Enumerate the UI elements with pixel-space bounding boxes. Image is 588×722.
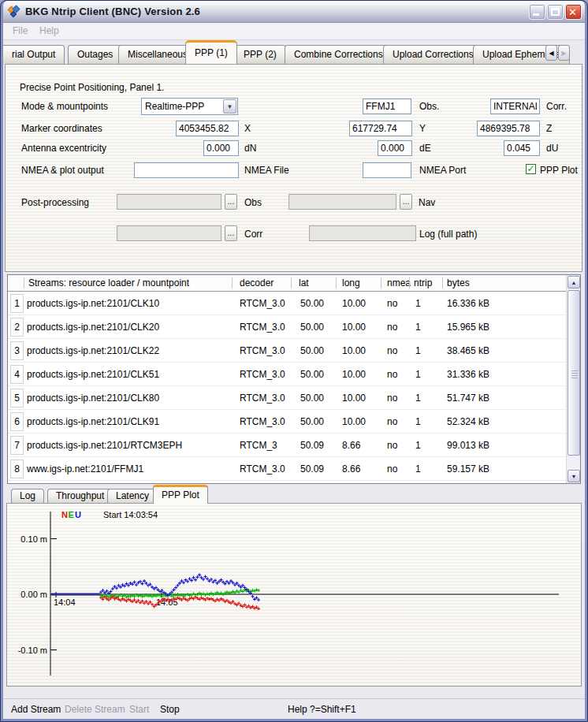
marker-y-field[interactable] bbox=[349, 121, 412, 136]
cell-bytes: 51.747 kB bbox=[447, 393, 489, 404]
cell-lat: 50.00 bbox=[300, 298, 324, 309]
cell-ntrip: 1 bbox=[415, 393, 421, 404]
minimize-button[interactable] bbox=[529, 4, 545, 20]
ppp-plot-checkbox[interactable]: ✓ bbox=[526, 164, 536, 174]
ppp-plot-chart: 0.10 m0.00 m-0.10 m14:0414:05NEUStart 14… bbox=[7, 504, 581, 686]
marker-x-label: X bbox=[244, 123, 251, 134]
antenna-de-label: dE bbox=[419, 143, 431, 154]
obs-mountpoint-field[interactable] bbox=[363, 99, 411, 114]
row-number: 1 bbox=[10, 294, 24, 313]
cell-bytes: 99.013 kB bbox=[447, 440, 489, 451]
marker-x-field[interactable] bbox=[176, 121, 239, 136]
streams-table: Streams: resource loader / mountpoint de… bbox=[7, 274, 581, 484]
antenna-du-label: dU bbox=[546, 143, 558, 154]
cell-mountpoint: products.igs-ip.net:2101/RTCM3EPH bbox=[27, 440, 182, 451]
tab-ppp-2[interactable]: PPP (2) bbox=[234, 45, 286, 64]
col-streams: Streams: resource loader / mountpoint bbox=[28, 277, 189, 288]
cell-mountpoint: www.igs-ip.net:2101/FFMJ1 bbox=[27, 463, 143, 475]
marker-y-label: Y bbox=[419, 123, 426, 134]
cell-bytes: 38.465 kB bbox=[447, 345, 489, 356]
col-bytes: bytes bbox=[447, 277, 470, 288]
svg-text:E: E bbox=[69, 510, 74, 519]
antenna-dn-label: dN bbox=[244, 143, 256, 154]
post-nav-browse-button[interactable]: ... bbox=[400, 194, 412, 210]
cell-nmea: no bbox=[387, 322, 397, 333]
menu-help: Help bbox=[39, 25, 59, 36]
nmea-label: NMEA & plot output bbox=[21, 165, 104, 176]
tab-latency[interactable]: Latency bbox=[107, 489, 158, 504]
cell-nmea: no bbox=[387, 416, 397, 427]
scrollbar-thumb[interactable] bbox=[568, 290, 580, 456]
marker-z-field[interactable] bbox=[477, 121, 540, 136]
cell-mountpoint: products.igs-ip.net:2101/CLK91 bbox=[27, 416, 159, 427]
scroll-up-icon[interactable]: ▲ bbox=[568, 276, 580, 288]
tab-scroll-left-icon[interactable]: ◀ bbox=[545, 45, 557, 61]
cell-ntrip: 1 bbox=[415, 345, 421, 356]
tab-log[interactable]: Log bbox=[11, 489, 44, 504]
tab-ppp-plot[interactable]: PPP Plot bbox=[153, 485, 208, 504]
antenna-du-field[interactable] bbox=[504, 140, 540, 156]
tab-throughput[interactable]: Throughput bbox=[47, 489, 113, 504]
post-processing-label: Post-processing bbox=[21, 197, 89, 208]
cell-mountpoint: products.igs-ip.net:2101/CLK10 bbox=[27, 298, 159, 309]
table-row[interactable]: 2products.igs-ip.net:2101/CLK20RTCM_3.05… bbox=[8, 315, 566, 339]
cell-mountpoint: products.igs-ip.net:2101/CLK22 bbox=[27, 345, 159, 356]
cell-long: 8.66 bbox=[342, 463, 360, 475]
maximize-button[interactable] bbox=[547, 4, 564, 20]
obs-label: Obs. bbox=[419, 101, 439, 112]
cell-decoder: RTCM_3.0 bbox=[240, 298, 285, 309]
table-row[interactable]: 6products.igs-ip.net:2101/CLK91RTCM_3.05… bbox=[8, 410, 566, 434]
svg-text:U: U bbox=[75, 510, 81, 519]
table-row[interactable]: 3products.igs-ip.net:2101/CLK22RTCM_3.05… bbox=[8, 339, 566, 363]
row-number: 5 bbox=[10, 389, 24, 408]
cell-nmea: no bbox=[387, 345, 397, 356]
corr-mountpoint-field[interactable] bbox=[490, 99, 540, 114]
start-button: Start bbox=[129, 704, 149, 715]
title-bar: BKG Ntrip Client (BNC) Version 2.6 ✕ bbox=[3, 1, 585, 23]
nmea-file-field[interactable] bbox=[134, 162, 239, 178]
stop-button[interactable]: Stop bbox=[160, 704, 180, 715]
cell-ntrip: 1 bbox=[415, 440, 421, 451]
cell-decoder: RTCM_3.0 bbox=[240, 393, 285, 404]
add-stream-button[interactable]: Add Stream bbox=[11, 704, 61, 715]
tab-combine-corrections[interactable]: Combine Corrections bbox=[285, 45, 393, 64]
antenna-de-field[interactable] bbox=[378, 140, 412, 156]
cell-nmea: no bbox=[387, 298, 397, 309]
col-lat: lat bbox=[299, 277, 309, 288]
cell-nmea: no bbox=[387, 393, 397, 404]
scroll-down-icon[interactable]: ▼ bbox=[568, 470, 580, 482]
cell-bytes: 16.336 kB bbox=[447, 298, 489, 309]
svg-text:0.10 m: 0.10 m bbox=[20, 534, 47, 544]
cell-nmea: no bbox=[387, 440, 397, 451]
close-button[interactable]: ✕ bbox=[565, 4, 582, 20]
post-obs-label: Obs bbox=[244, 197, 262, 208]
post-corr-browse-button[interactable]: ... bbox=[225, 225, 237, 241]
row-number: 6 bbox=[10, 412, 24, 431]
table-row[interactable]: 7products.igs-ip.net:2101/RTCM3EPHRTCM_3… bbox=[8, 434, 566, 457]
mode-combobox[interactable]: Realtime-PPP ▼ bbox=[141, 98, 238, 115]
cell-ntrip: 1 bbox=[415, 416, 421, 427]
ppp-plot-checkbox-label: PPP Plot bbox=[540, 165, 578, 176]
chevron-down-icon[interactable]: ▼ bbox=[223, 99, 236, 114]
nmea-port-label: NMEA Port bbox=[419, 165, 466, 176]
tab-upload-corrections[interactable]: Upload Corrections bbox=[383, 45, 483, 64]
nmea-port-field[interactable] bbox=[363, 162, 411, 178]
antenna-dn-field[interactable] bbox=[203, 140, 239, 156]
table-row[interactable]: 8www.igs-ip.net:2101/FFMJ1RTCM_3.050.098… bbox=[8, 457, 566, 481]
cell-lat: 50.09 bbox=[300, 463, 324, 475]
table-row[interactable]: 5products.igs-ip.net:2101/CLK80RTCM_3.05… bbox=[8, 386, 566, 410]
post-corr-label: Corr bbox=[244, 229, 262, 240]
tab-outages[interactable]: Outages bbox=[68, 45, 122, 64]
table-row[interactable]: 1products.igs-ip.net:2101/CLK10RTCM_3.05… bbox=[8, 292, 566, 315]
window-title: BKG Ntrip Client (BNC) Version 2.6 bbox=[25, 6, 200, 17]
tab-serial-output[interactable]: rial Output bbox=[3, 45, 65, 64]
table-row[interactable]: 4products.igs-ip.net:2101/CLK51RTCM_3.05… bbox=[8, 363, 566, 386]
post-obs-browse-button[interactable]: ... bbox=[225, 194, 237, 210]
cell-long: 8.66 bbox=[342, 440, 360, 451]
cell-lat: 50.00 bbox=[300, 369, 324, 380]
tab-ppp-1[interactable]: PPP (1) bbox=[185, 40, 237, 64]
bottom-tab-bar: Log Throughput Latency PPP Plot bbox=[3, 486, 585, 504]
cell-ntrip: 1 bbox=[415, 463, 421, 475]
post-corr-field bbox=[117, 225, 221, 241]
col-ntrip: ntrip bbox=[414, 277, 432, 288]
